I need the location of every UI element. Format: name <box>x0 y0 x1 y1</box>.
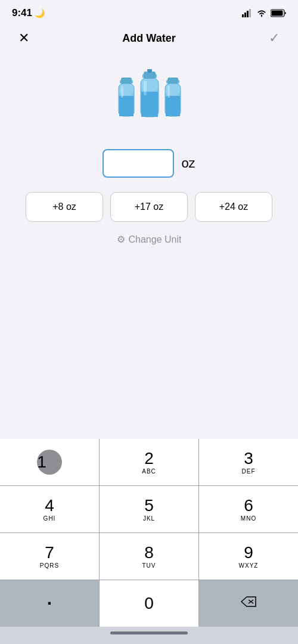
status-bar: 9:41 🌙 <box>0 0 298 21</box>
svg-rect-9 <box>119 96 134 116</box>
svg-rect-0 <box>242 14 244 17</box>
change-unit-label: Change Unit <box>129 234 182 245</box>
confirm-button[interactable]: ✓ <box>262 26 286 50</box>
key-3[interactable]: 3 DEF <box>199 439 298 485</box>
quick-add-row: +8 oz +17 oz +24 oz <box>26 192 272 222</box>
status-icons <box>242 9 286 17</box>
input-area: oz <box>103 149 195 178</box>
key-5[interactable]: 5 JKL <box>100 486 198 532</box>
nav-bar: ✕ Add Water ✓ <box>0 21 298 57</box>
key-0[interactable]: 0 <box>100 580 198 627</box>
moon-icon: 🌙 <box>35 8 45 18</box>
quick-add-8oz[interactable]: +8 oz <box>26 192 103 222</box>
svg-rect-11 <box>121 78 132 83</box>
svg-rect-8 <box>119 83 134 95</box>
svg-rect-1 <box>244 13 246 17</box>
main-content: oz +8 oz +17 oz +24 oz ⚙ Change Unit <box>0 57 298 439</box>
water-illustration <box>110 69 188 135</box>
battery-icon <box>271 9 286 17</box>
svg-rect-12 <box>121 86 123 98</box>
svg-rect-5 <box>272 11 283 16</box>
key-backspace[interactable] <box>199 580 298 627</box>
close-button[interactable]: ✕ <box>12 26 36 50</box>
water-amount-input[interactable] <box>103 149 174 178</box>
key-6[interactable]: 6 MNO <box>199 486 298 532</box>
key-2[interactable]: 2 ABC <box>100 439 198 485</box>
svg-rect-23 <box>141 92 158 117</box>
home-bar <box>110 631 188 634</box>
svg-rect-3 <box>249 9 251 17</box>
key-1[interactable]: 1 <box>0 439 99 485</box>
svg-rect-18 <box>167 78 178 83</box>
svg-rect-22 <box>141 78 159 91</box>
status-time: 9:41 <box>12 7 32 19</box>
water-bottles-image <box>110 69 188 135</box>
quick-add-24oz[interactable]: +24 oz <box>195 192 272 222</box>
wifi-icon <box>256 9 267 17</box>
backspace-icon <box>240 596 257 611</box>
key-9[interactable]: 9 WXYZ <box>199 533 298 580</box>
svg-rect-16 <box>166 96 180 116</box>
key-dot[interactable]: · <box>0 580 99 627</box>
quick-add-17oz[interactable]: +17 oz <box>110 192 188 222</box>
svg-rect-27 <box>144 81 147 95</box>
key-7[interactable]: 7 PQRS <box>0 533 99 580</box>
keyboard-grid: 1 2 ABC 3 DEF 4 GHI 5 JKL 6 MNO <box>0 439 298 627</box>
key-4[interactable]: 4 GHI <box>0 486 99 532</box>
unit-label: oz <box>181 156 195 171</box>
key-8[interactable]: 8 TUV <box>100 533 198 580</box>
signal-icon <box>242 9 253 17</box>
svg-rect-15 <box>165 83 181 95</box>
keyboard: 1 2 ABC 3 DEF 4 GHI 5 JKL 6 MNO <box>0 439 298 644</box>
home-indicator <box>0 627 298 644</box>
change-unit-button[interactable]: ⚙ Change Unit <box>117 234 182 245</box>
page-title: Add Water <box>122 32 175 45</box>
svg-rect-2 <box>247 11 249 17</box>
svg-rect-19 <box>167 86 170 98</box>
gear-icon: ⚙ <box>117 234 125 245</box>
